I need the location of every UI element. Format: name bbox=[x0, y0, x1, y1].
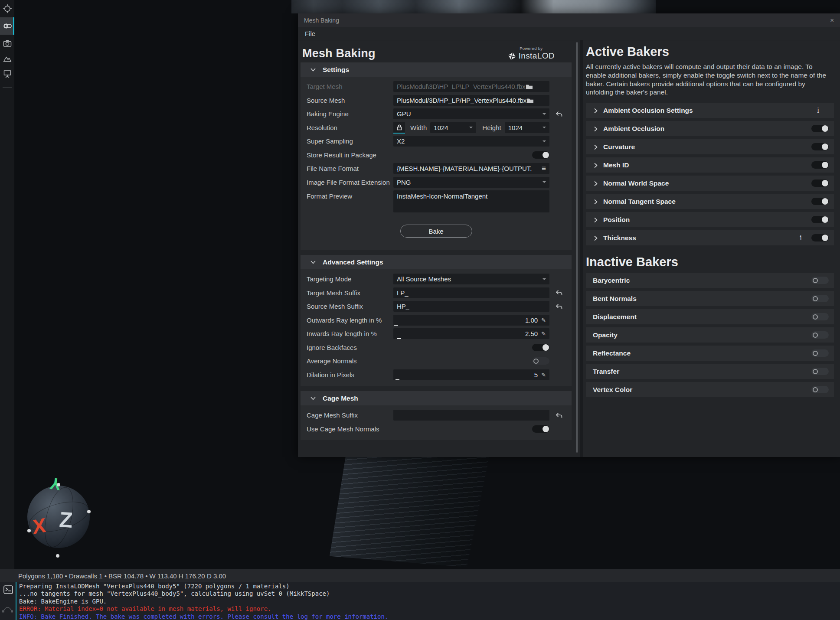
gizmo-handle[interactable] bbox=[56, 554, 59, 558]
chevron-right-icon[interactable] bbox=[593, 235, 599, 241]
toggle-switch[interactable] bbox=[811, 313, 829, 320]
slider-handle[interactable] bbox=[394, 325, 398, 326]
height-dropdown[interactable]: 1024 bbox=[505, 122, 549, 133]
resolution-lock-button[interactable] bbox=[393, 122, 405, 134]
gizmo-axis-x[interactable]: X bbox=[32, 513, 46, 538]
edit-pencil-icon[interactable]: ✎ bbox=[541, 317, 546, 323]
section-header[interactable]: Cage Mesh bbox=[301, 391, 572, 405]
gizmo-handle[interactable] bbox=[57, 483, 60, 486]
chevron-right-icon[interactable] bbox=[593, 125, 599, 132]
chevron-right-icon[interactable] bbox=[593, 144, 599, 150]
bake-settings-icon[interactable] bbox=[0, 17, 14, 35]
text-field[interactable] bbox=[393, 410, 549, 421]
gizmo-handle[interactable] bbox=[87, 510, 91, 513]
text-field[interactable]: HP_ bbox=[393, 301, 549, 312]
baker-row[interactable]: Reflectance bbox=[586, 346, 834, 361]
toggle-switch[interactable] bbox=[532, 344, 549, 351]
info-icon[interactable]: i bbox=[817, 106, 819, 114]
dropdown-field[interactable]: GPU bbox=[393, 108, 549, 119]
path-field[interactable]: PlusModul\3D\HP_LP\LP_VertexPlus440.fbx bbox=[393, 81, 549, 92]
toggle-switch[interactable] bbox=[811, 349, 829, 357]
target-icon[interactable] bbox=[0, 0, 14, 17]
section-header[interactable]: Advanced Settings bbox=[301, 255, 572, 269]
width-dropdown[interactable]: 1024 bbox=[430, 122, 476, 133]
bake-button[interactable]: Bake bbox=[400, 225, 472, 238]
baker-row[interactable]: Mesh ID bbox=[586, 157, 834, 173]
toggle-switch[interactable] bbox=[811, 161, 829, 169]
row-control: 1.00✎ bbox=[393, 315, 549, 326]
nav-gizmo[interactable]: Y X Z bbox=[24, 480, 93, 558]
reset-icon[interactable] bbox=[555, 412, 562, 419]
edit-pencil-icon[interactable]: ✎ bbox=[541, 372, 546, 378]
text-field[interactable]: {MESH.NAME}-{MATERIAL.NAME}-{OUTPUT.≡ bbox=[393, 163, 549, 174]
dropdown-field[interactable]: All Source Meshes bbox=[393, 274, 549, 284]
bezier-curve-icon[interactable] bbox=[2, 604, 13, 615]
baker-row[interactable]: Barycentric bbox=[586, 273, 834, 288]
chevron-down-icon[interactable] bbox=[309, 66, 317, 73]
toggle-switch[interactable] bbox=[811, 295, 829, 302]
chevron-right-icon[interactable] bbox=[593, 180, 599, 187]
slider-handle[interactable] bbox=[395, 379, 399, 380]
chevron-right-icon[interactable] bbox=[593, 198, 599, 205]
chevron-right-icon[interactable] bbox=[593, 162, 599, 169]
toggle-switch[interactable] bbox=[811, 386, 829, 393]
toggle-switch[interactable] bbox=[811, 331, 829, 339]
reset-icon[interactable] bbox=[555, 289, 562, 296]
gizmo-handle[interactable] bbox=[27, 529, 31, 532]
left-panel-scrollbar[interactable] bbox=[576, 42, 578, 453]
baker-row[interactable]: Bent Normals bbox=[586, 291, 834, 306]
slider-field[interactable]: 5✎ bbox=[393, 369, 549, 380]
row-label: Targeting Mode bbox=[307, 275, 393, 283]
baker-row[interactable]: Ambient Occlusion bbox=[586, 121, 834, 136]
screen-icon[interactable] bbox=[0, 65, 14, 82]
baker-row[interactable]: Displacement bbox=[586, 309, 834, 324]
baker-label: Reflectance bbox=[593, 349, 631, 357]
baker-row[interactable]: Normal Tangent Space bbox=[586, 194, 834, 209]
section-header[interactable]: Settings bbox=[301, 62, 572, 77]
chevron-down-icon[interactable] bbox=[309, 259, 317, 266]
camera-icon[interactable] bbox=[0, 35, 14, 52]
reset-icon[interactable] bbox=[555, 303, 562, 310]
baker-row[interactable]: Curvature bbox=[586, 139, 834, 154]
dropdown-caret-icon bbox=[543, 140, 546, 142]
dropdown-field[interactable]: X2 bbox=[393, 136, 549, 147]
path-field[interactable]: PlusModul/3D/HP_LP/HP_VertexPlus440.fbx bbox=[393, 95, 549, 106]
toggle-switch[interactable] bbox=[532, 357, 549, 365]
gizmo-axis-z[interactable]: Z bbox=[59, 507, 74, 533]
baker-row[interactable]: Normal World Space bbox=[586, 176, 834, 191]
toggle-switch[interactable] bbox=[811, 216, 829, 223]
toggle-switch[interactable] bbox=[811, 125, 829, 132]
chevron-down-icon[interactable] bbox=[309, 395, 317, 402]
toggle-switch[interactable] bbox=[811, 143, 829, 150]
toggle-switch[interactable] bbox=[811, 179, 829, 187]
close-icon[interactable]: × bbox=[830, 17, 834, 23]
baker-row[interactable]: Transfer bbox=[586, 364, 834, 379]
toggle-switch[interactable] bbox=[811, 277, 829, 284]
dialog-titlebar[interactable]: Mesh Baking × bbox=[298, 13, 840, 27]
slider-handle[interactable] bbox=[397, 338, 401, 339]
baker-row[interactable]: Opacity bbox=[586, 327, 834, 343]
console-log[interactable]: Preparing InstaLODMesh "VertexPlus440_bo… bbox=[19, 583, 837, 620]
edit-pencil-icon[interactable]: ✎ bbox=[541, 330, 546, 337]
toggle-switch[interactable] bbox=[532, 151, 549, 159]
toggle-switch[interactable] bbox=[811, 198, 829, 205]
info-icon[interactable]: i bbox=[800, 234, 802, 242]
chevron-right-icon[interactable] bbox=[593, 216, 599, 223]
mesh-baking-dialog: Mesh Baking × File Mesh Baking Powered b… bbox=[298, 13, 840, 457]
baker-row[interactable]: Thicknessi bbox=[586, 230, 834, 245]
baker-row[interactable]: Position bbox=[586, 212, 834, 227]
menu-file[interactable]: File bbox=[298, 30, 322, 37]
terminal-icon[interactable] bbox=[3, 584, 13, 595]
toggle-switch[interactable] bbox=[811, 234, 829, 241]
dropdown-field[interactable]: PNG bbox=[393, 177, 549, 188]
baker-row[interactable]: Ambient Occlusion Settingsi bbox=[586, 103, 834, 118]
slider-field[interactable]: 2.50✎ bbox=[393, 328, 549, 339]
chevron-right-icon[interactable] bbox=[593, 107, 599, 114]
toggle-switch[interactable] bbox=[811, 368, 829, 375]
slider-field[interactable]: 1.00✎ bbox=[393, 315, 549, 326]
toggle-switch[interactable] bbox=[532, 425, 549, 433]
reset-icon[interactable] bbox=[555, 111, 562, 117]
baker-row[interactable]: Vertex Color bbox=[586, 382, 834, 397]
list-icon[interactable]: ≡ bbox=[542, 166, 546, 171]
text-field[interactable]: LP_ bbox=[393, 287, 549, 298]
